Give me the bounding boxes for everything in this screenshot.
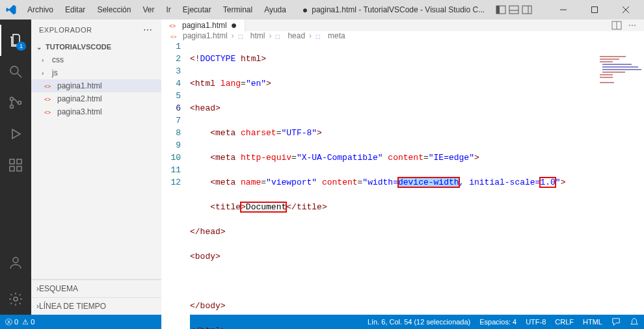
folder-js[interactable]: ›js: [31, 66, 161, 79]
activity-extensions[interactable]: [0, 150, 31, 181]
breadcrumb[interactable]: <> pagina1.html› ⬚ html› ⬚ head› ⬚ meta: [161, 31, 644, 40]
svg-text:<>: <>: [44, 109, 51, 116]
html-file-icon: <>: [169, 21, 178, 30]
project-name[interactable]: ⌄ TUTORIALVSCODE: [31, 40, 161, 53]
svg-point-14: [10, 105, 14, 109]
tag-icon: ⬚: [315, 32, 324, 40]
svg-rect-19: [17, 166, 21, 171]
svg-text:<>: <>: [44, 83, 51, 90]
menu-seleccion[interactable]: Selección: [92, 3, 136, 17]
menubar: Archivo Editar Selección Ver Ir Ejecutar…: [22, 3, 291, 17]
status-warnings[interactable]: ⚠ 0: [22, 318, 34, 326]
timeline-section[interactable]: ›LÍNEA DE TIEMPO: [31, 297, 161, 315]
tab-pagina1[interactable]: <> pagina1.html ●: [161, 20, 245, 31]
status-errors[interactable]: ⓧ 0: [5, 317, 18, 327]
svg-point-13: [10, 98, 14, 101]
activity-accounts[interactable]: [0, 247, 31, 278]
html-file-icon: <>: [44, 94, 53, 103]
activity-explorer[interactable]: 1: [0, 25, 31, 56]
file-pagina3[interactable]: <>pagina3.html: [31, 105, 161, 118]
toggle-primary-sidebar-icon[interactable]: [496, 5, 506, 15]
editor: <> pagina1.html ● ⋯ <> pagina1.html› ⬚ h…: [161, 20, 644, 315]
svg-text:<>: <>: [44, 96, 51, 103]
scale-box: 1.0: [540, 178, 555, 187]
maximize-button[interactable]: [582, 5, 608, 15]
svg-text:<>: <>: [169, 23, 176, 29]
svg-point-15: [18, 101, 21, 105]
html-file-icon: <>: [44, 81, 53, 90]
svg-rect-39: [602, 72, 625, 73]
file-pagina1[interactable]: <>pagina1.html: [31, 79, 161, 92]
svg-rect-36: [602, 64, 632, 65]
svg-rect-20: [17, 159, 21, 164]
activity-bar: 1: [0, 20, 31, 315]
svg-line-12: [18, 73, 21, 77]
menu-terminal[interactable]: Terminal: [218, 3, 258, 17]
svg-rect-37: [602, 66, 638, 68]
chevron-right-icon: ›: [42, 57, 48, 64]
window-title: ● pagina1.html - TutorialVSCode - Visual…: [291, 5, 496, 15]
window-controls: [496, 5, 639, 15]
toggle-panel-icon[interactable]: [509, 5, 519, 15]
tag-icon: ⬚: [238, 32, 247, 40]
svg-rect-17: [10, 159, 14, 164]
svg-rect-5: [522, 6, 531, 14]
svg-point-21: [13, 257, 18, 263]
sidebar-explorer: EXPLORADOR ⋯ ⌄ TUTORIALVSCODE ›css ›js <…: [31, 20, 161, 315]
window-title-text: pagina1.html - TutorialVSCode - Visual S…: [312, 5, 485, 14]
svg-rect-18: [10, 166, 14, 171]
svg-rect-40: [600, 74, 613, 75]
folder-css[interactable]: ›css: [31, 53, 161, 66]
menu-ejecutar[interactable]: Ejecutar: [178, 3, 217, 17]
sidebar-title: EXPLORADOR: [39, 26, 92, 34]
chevron-right-icon: ›: [42, 70, 48, 77]
tab-more-icon[interactable]: ⋯: [628, 21, 637, 30]
close-button[interactable]: [613, 5, 639, 15]
sidebar-more-icon[interactable]: ⋯: [143, 25, 154, 35]
minimize-button[interactable]: [550, 5, 576, 15]
svg-rect-8: [592, 7, 598, 13]
activity-run-debug[interactable]: [0, 118, 31, 150]
svg-text:⬚: ⬚: [315, 33, 321, 39]
tag-icon: ⬚: [275, 32, 284, 40]
svg-rect-42: [600, 82, 614, 83]
svg-text:<>: <>: [170, 33, 177, 39]
svg-rect-41: [600, 77, 613, 78]
svg-text:⬚: ⬚: [238, 33, 243, 39]
svg-text:⬚: ⬚: [275, 33, 280, 39]
chevron-down-icon: ⌄: [36, 44, 43, 51]
title-open-box: >Document</: [241, 202, 286, 212]
code-editor[interactable]: 123456789101112 <!DOCTYPE html> <html la…: [161, 40, 644, 329]
activity-scm[interactable]: [0, 87, 31, 118]
tab-bar: <> pagina1.html ● ⋯: [161, 20, 644, 31]
dirty-indicator-icon: ●: [231, 20, 237, 31]
split-editor-icon[interactable]: [611, 20, 622, 31]
device-width-selection: device-width: [398, 178, 459, 187]
svg-marker-16: [12, 129, 20, 138]
activity-settings[interactable]: [0, 283, 31, 315]
menu-archivo[interactable]: Archivo: [22, 3, 59, 17]
html-file-icon: <>: [44, 107, 53, 116]
svg-rect-38: [602, 69, 641, 70]
svg-rect-35: [600, 61, 613, 62]
menu-ver[interactable]: Ver: [137, 3, 159, 17]
toggle-secondary-sidebar-icon[interactable]: [522, 5, 532, 15]
menu-editar[interactable]: Editar: [60, 3, 90, 17]
svg-rect-1: [496, 6, 500, 14]
code-content[interactable]: <!DOCTYPE html> <html lang="en"> <head> …: [190, 40, 644, 329]
badge: 1: [16, 42, 26, 51]
activity-search[interactable]: [0, 56, 31, 87]
svg-point-22: [14, 297, 18, 301]
minimap[interactable]: [598, 55, 644, 87]
menu-ayuda[interactable]: Ayuda: [259, 3, 291, 17]
svg-rect-34: [600, 59, 619, 60]
gutter: 123456789101112: [161, 40, 190, 329]
html-file-icon: <>: [170, 32, 179, 40]
menu-ir[interactable]: Ir: [161, 3, 176, 17]
file-pagina2[interactable]: <>pagina2.html: [31, 92, 161, 105]
file-tree: ⌄ TUTORIALVSCODE ›css ›js <>pagina1.html…: [31, 40, 161, 118]
svg-rect-33: [600, 56, 626, 57]
dirty-indicator-icon: ●: [302, 5, 308, 15]
outline-section[interactable]: ›ESQUEMA: [31, 280, 161, 297]
titlebar: Archivo Editar Selección Ver Ir Ejecutar…: [0, 0, 644, 20]
